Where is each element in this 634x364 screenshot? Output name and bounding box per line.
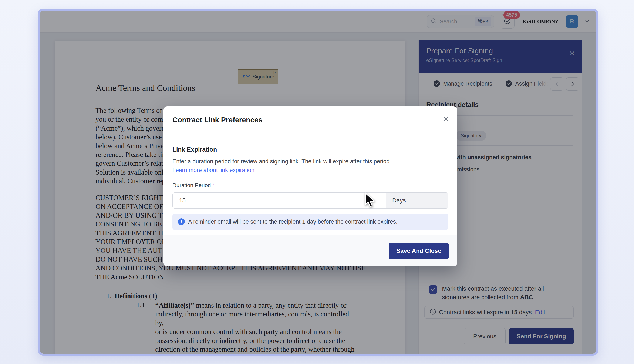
duration-field-group: 15 Days (172, 192, 448, 208)
learn-more-link[interactable]: Learn more about link expiration (172, 167, 448, 174)
duration-input[interactable]: 15 (173, 193, 386, 208)
duration-unit-select[interactable]: Days (386, 193, 448, 208)
contract-link-preferences-modal: Contract Link Preferences ✕ Link Expirat… (164, 106, 457, 266)
modal-close-icon[interactable]: ✕ (443, 115, 449, 123)
modal-header: Contract Link Preferences ✕ (164, 106, 457, 136)
duration-period-label: Duration Period* (172, 182, 448, 188)
modal-footer: Save And Close (164, 235, 457, 266)
link-expiration-heading: Link Expiration (172, 146, 448, 153)
save-and-close-button[interactable]: Save And Close (389, 243, 449, 259)
info-icon: i (178, 218, 185, 225)
required-asterisk: * (212, 182, 214, 188)
reminder-banner: i A reminder email will be sent to the r… (172, 214, 448, 230)
mouse-cursor (364, 192, 376, 210)
modal-title: Contract Link Preferences (172, 116, 448, 124)
link-expiration-description: Enter a duration period for review and s… (172, 158, 448, 165)
reminder-text: A reminder email will be sent to the rec… (188, 218, 398, 225)
modal-body: Link Expiration Enter a duration period … (164, 136, 457, 230)
